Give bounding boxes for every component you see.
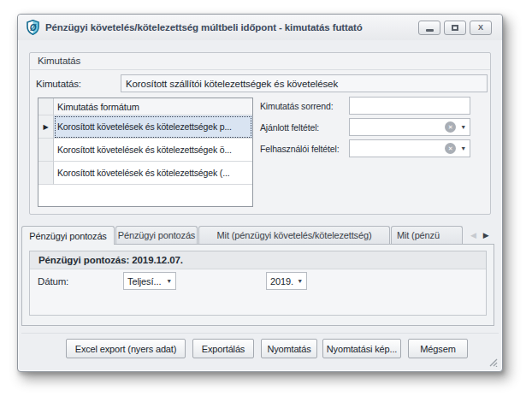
table-row[interactable]: Korosított követelések és kötelezettsége…	[38, 162, 252, 185]
clear-icon[interactable]: ✕	[445, 121, 456, 133]
tab-mit-penzu[interactable]: Mit (pénzü	[391, 226, 463, 244]
maximize-button[interactable]	[444, 21, 466, 35]
sort-input[interactable]	[349, 97, 470, 115]
minimize-button[interactable]	[418, 21, 440, 35]
date-value-combo[interactable]: 2019. ▼	[266, 272, 307, 290]
suggested-condition-combo[interactable]: ✕ ▼	[349, 118, 470, 136]
chevron-down-icon[interactable]: ▼	[460, 145, 466, 151]
close-button[interactable]: X	[470, 21, 492, 35]
report-group-caption: Kimutatás	[30, 53, 490, 70]
tab-scroll-controls: ◀ ▶	[470, 226, 489, 244]
minimize-icon	[426, 29, 434, 32]
close-icon: X	[478, 23, 483, 32]
date-label: Dátum:	[38, 276, 68, 287]
export-button[interactable]: Exportálás	[192, 339, 254, 358]
tab-label: Pénzügyi pontozás	[118, 230, 195, 240]
user-condition-label: Felhasználói feltétel:	[260, 144, 339, 154]
report-label: Kimutatás:	[36, 79, 81, 89]
row-indicator-cell	[38, 162, 54, 185]
cancel-button[interactable]: Mégsem	[408, 339, 468, 358]
grid-row-label: Korosított követelések és kötelezettsége…	[54, 115, 252, 139]
resize-grip-icon[interactable]	[488, 358, 498, 367]
print-button[interactable]: Nyomtatás	[261, 339, 317, 358]
row-indicator-icon: ▶	[38, 115, 54, 139]
svg-text:Ø: Ø	[30, 23, 38, 33]
report-format-grid: Kimutatás formátum ▶ Korosított követelé…	[38, 98, 253, 207]
sort-label: Kimutatás sorrend:	[260, 101, 333, 111]
chevron-down-icon[interactable]: ▼	[297, 278, 303, 284]
date-type-value: Teljesí...	[127, 276, 166, 287]
chevron-down-icon[interactable]: ▼	[166, 278, 172, 284]
print-preview-button[interactable]: Nyomtatási kép...	[322, 339, 401, 358]
scoring-panel-header: Pénzügyi pontozás: 2019.12.07.	[30, 251, 486, 269]
tab-penzugyi-pontozas-2[interactable]: Pénzügyi pontozás	[115, 226, 198, 244]
window-controls: X	[418, 21, 492, 35]
tab-strip: Pénzügyi pontozás Pénzügyi pontozás Mit …	[21, 226, 494, 244]
report-name-field[interactable]: Korosított szállítói kötelezettségek és …	[121, 74, 488, 92]
tab-label: Pénzügyi pontozás	[29, 231, 106, 241]
row-indicator-cell	[38, 139, 54, 162]
scoring-panel: Pénzügyi pontozás: 2019.12.07.	[29, 251, 487, 316]
date-type-combo[interactable]: Teljesí... ▼	[123, 272, 176, 290]
excel-export-button[interactable]: Excel export (nyers adat)	[66, 339, 186, 358]
tab-mit-penzugyi-koveteles[interactable]: Mit (pénzügyi követelés/kötelezettség)	[198, 226, 390, 244]
tab-scroll-right-icon[interactable]: ▶	[483, 231, 489, 239]
app-shield-icon: Ø	[27, 20, 39, 35]
tab-label: Mit (pénzü	[397, 230, 440, 240]
title-bar[interactable]: Ø Pénzügyi követelés/kötelezettség múltb…	[18, 15, 502, 40]
maximize-icon	[452, 25, 458, 31]
tab-scroll-left-icon[interactable]: ◀	[470, 231, 476, 239]
grid-indicator-header	[38, 98, 54, 115]
suggested-condition-label: Ajánlott feltétel:	[260, 122, 319, 133]
grid-row-label: Korosított követelések és kötelezettsége…	[54, 139, 252, 162]
clear-icon[interactable]: ✕	[445, 143, 456, 154]
tab-label: Mit (pénzügyi követelés/kötelezettség)	[217, 230, 372, 240]
chevron-down-icon[interactable]: ▼	[460, 124, 466, 130]
grid-header-row: Kimutatás formátum	[38, 98, 252, 115]
tab-penzugyi-pontozas-1[interactable]: Pénzügyi pontozás	[21, 226, 115, 245]
table-row[interactable]: ▶ Korosított követelések és kötelezettsé…	[38, 115, 252, 139]
grid-column-header[interactable]: Kimutatás formátum	[54, 98, 252, 115]
dialog-window: Ø Pénzügyi követelés/kötelezettség múltb…	[17, 14, 503, 372]
user-condition-combo[interactable]: ✕ ▼	[349, 139, 470, 157]
table-row[interactable]: Korosított követelések és kötelezettsége…	[38, 139, 252, 162]
grid-row-label: Korosított követelések és kötelezettsége…	[54, 162, 252, 185]
window-title: Pénzügyi követelés/kötelezettség múltbel…	[45, 22, 418, 33]
date-value: 2019.	[270, 276, 297, 287]
